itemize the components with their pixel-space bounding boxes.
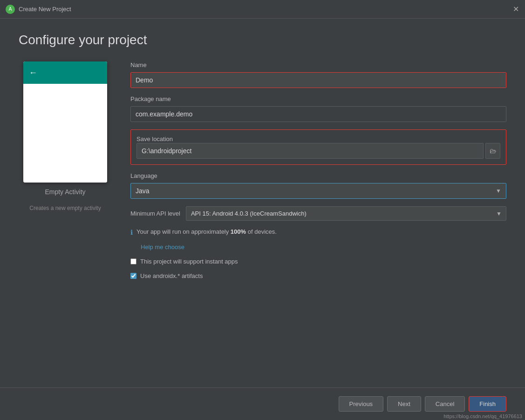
androidx-label: Use androidx.* artifacts (140, 272, 203, 279)
phone-toolbar: ← (23, 61, 107, 84)
instant-apps-checkbox[interactable] (130, 258, 136, 264)
language-select[interactable]: Java Kotlin (131, 183, 506, 198)
url-bar: https://blog.csdn.net/qq_41976613 (441, 413, 525, 420)
api-select[interactable]: API 15: Android 4.0.3 (IceCreamSandwich)… (186, 206, 506, 221)
api-level-row: Minimum API level API 15: Android 4.0.3 … (130, 206, 506, 221)
save-location-group: Save location 🗁 (130, 129, 506, 165)
location-input-row: 🗁 (136, 143, 500, 159)
phone-body (23, 84, 107, 183)
activity-description: Creates a new empty activity (29, 205, 101, 211)
cancel-button[interactable]: Cancel (425, 396, 465, 412)
save-location-label: Save location (136, 135, 173, 142)
app-icon: A (6, 5, 15, 14)
finish-button[interactable]: Finish (469, 396, 506, 412)
info-suffix: of devices. (246, 228, 277, 235)
content-area: Configure your project ← Empty Activity … (0, 19, 525, 387)
name-field-group: Name (130, 61, 506, 88)
api-label: Minimum API level (130, 210, 180, 217)
folder-browse-button[interactable]: 🗁 (485, 143, 500, 159)
right-panel: Name Package name Save location 🗁 (130, 61, 506, 387)
androidx-checkbox-row: Use androidx.* artifacts (130, 272, 506, 279)
info-icon: ℹ (130, 229, 133, 236)
language-select-wrapper: Java Kotlin ▼ (130, 183, 506, 199)
name-input-wrapper (130, 72, 506, 88)
title-bar: A Create New Project ✕ (0, 0, 525, 19)
package-input[interactable] (130, 106, 506, 122)
activity-label: Empty Activity (45, 188, 85, 196)
name-input[interactable] (131, 73, 506, 88)
main-window: A Create New Project ✕ Configure your pr… (0, 0, 525, 420)
instant-apps-label: This project will support instant apps (140, 258, 238, 265)
window-title: Create New Project (19, 6, 512, 13)
name-label: Name (130, 61, 506, 68)
next-button[interactable]: Next (387, 396, 421, 412)
main-area: ← Empty Activity Creates a new empty act… (19, 61, 506, 387)
androidx-checkbox[interactable] (130, 273, 136, 279)
back-arrow-icon: ← (29, 68, 37, 78)
api-select-wrapper: API 15: Android 4.0.3 (IceCreamSandwich)… (186, 206, 506, 221)
save-location-input[interactable] (136, 143, 484, 159)
left-panel: ← Empty Activity Creates a new empty act… (19, 61, 112, 387)
phone-preview: ← (23, 61, 107, 183)
close-button[interactable]: ✕ (512, 6, 519, 13)
previous-button[interactable]: Previous (339, 396, 384, 412)
info-prefix: Your app will run on approximately (136, 228, 231, 235)
language-label: Language (130, 172, 506, 179)
package-label: Package name (130, 95, 506, 102)
package-field-group: Package name (130, 95, 506, 122)
info-percentage: 100% (231, 228, 246, 235)
language-select-container: Java Kotlin ▼ (131, 183, 506, 198)
language-field-group: Language Java Kotlin ▼ (130, 172, 506, 199)
device-compatibility-info: ℹ Your app will run on approximately 100… (130, 228, 506, 236)
info-text: Your app will run on approximately 100% … (136, 228, 277, 235)
page-title: Configure your project (19, 33, 506, 47)
instant-apps-checkbox-row: This project will support instant apps (130, 258, 506, 265)
help-me-choose-link[interactable]: Help me choose (141, 244, 506, 251)
